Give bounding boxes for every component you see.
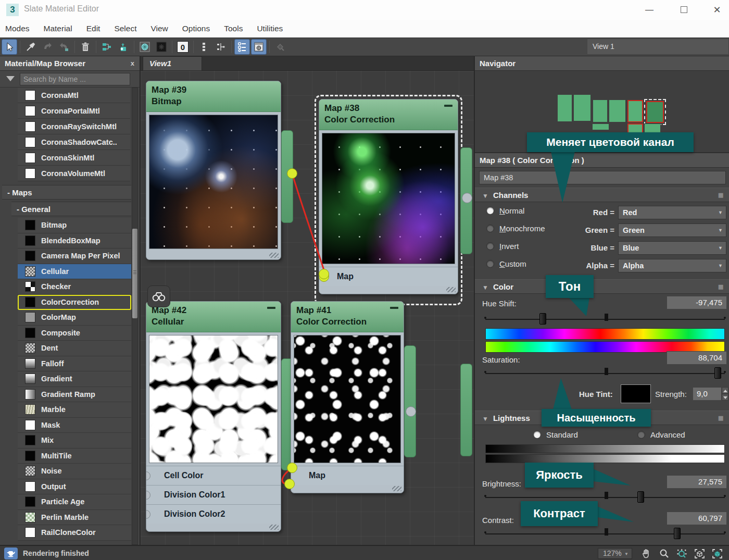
brightness-value[interactable]: 27,575 <box>667 475 727 489</box>
menu-utilities[interactable]: Utilities <box>257 24 283 33</box>
list-item[interactable]: Bitmap <box>18 218 131 233</box>
maximize-button[interactable] <box>676 3 692 17</box>
list-item[interactable]: Mix <box>18 433 131 449</box>
node-map39-header[interactable]: Map #39 Bitmap <box>146 81 281 112</box>
list-item[interactable]: BlendedBoxMap <box>18 233 131 249</box>
node-map38-header[interactable]: Map #38 Color Correction <box>319 99 458 130</box>
material-parameters-button[interactable] <box>234 39 250 55</box>
contrast-slider[interactable] <box>485 527 725 540</box>
list-item[interactable]: Cellular <box>18 264 131 280</box>
slider-handle[interactable] <box>637 491 644 503</box>
collapse-icon[interactable] <box>390 307 398 309</box>
browser-scrollbar[interactable] <box>132 88 138 545</box>
list-item[interactable]: CoronaVolumeMtl <box>18 166 130 181</box>
list-item[interactable]: CoronaRaySwitchMtl <box>18 119 130 134</box>
saturation-slider[interactable] <box>485 367 725 379</box>
navigator-selected-node-thumb[interactable] <box>646 101 664 123</box>
list-item[interactable]: RailCloneColor <box>18 525 131 541</box>
show-background-button[interactable]: 0 <box>175 39 191 55</box>
zoom-region-button[interactable] <box>675 547 688 560</box>
view-selector[interactable]: View 1 <box>587 39 729 55</box>
slider-handle[interactable] <box>539 313 546 325</box>
node-map38-slot-map[interactable]: Map <box>319 267 458 286</box>
options-dots-button[interactable] <box>196 39 212 55</box>
wire-source-socket-icon[interactable] <box>287 463 297 473</box>
pan-hand-button[interactable] <box>639 547 653 560</box>
input-socket-icon[interactable] <box>146 471 150 480</box>
node-map38[interactable]: Map #38 Color Correction Map <box>319 99 458 294</box>
general-section-header[interactable]: - General <box>11 202 131 216</box>
navigator-node-thumb[interactable] <box>573 94 591 121</box>
menu-options[interactable]: Options <box>182 24 210 33</box>
list-item[interactable]: Output <box>18 479 131 495</box>
contrast-value[interactable]: 60,797 <box>667 512 727 525</box>
node-map39[interactable]: Map #39 Bitmap <box>146 81 281 260</box>
navigator-node-thumb[interactable] <box>593 99 608 122</box>
binoculars-icon[interactable] <box>147 285 170 307</box>
node-resize-grip[interactable] <box>146 524 281 531</box>
wire-target-socket-icon[interactable] <box>284 479 295 489</box>
node-resize-grip[interactable] <box>146 252 281 259</box>
radio-normal[interactable]: Normal <box>486 206 524 215</box>
auto-layout-button[interactable] <box>99 39 115 55</box>
node-map42-slot-division-color2[interactable]: Division Color2 <box>146 504 281 524</box>
show-map-in-viewport-button[interactable] <box>137 39 153 55</box>
input-socket-icon[interactable] <box>146 510 150 519</box>
radio-custom[interactable]: Custom <box>486 259 526 268</box>
map-name-field[interactable]: Map #38 <box>479 171 726 184</box>
collapse-icon[interactable] <box>267 307 275 309</box>
node-map41-output-tab[interactable] <box>404 345 416 457</box>
list-item[interactable]: CoronaShadowCatc.. <box>18 134 130 150</box>
pick-material-button[interactable] <box>23 39 39 55</box>
node-graph[interactable]: Map #39 Bitmap Map #38 Color Correction … <box>141 71 474 545</box>
render-teapot-icon[interactable] <box>4 547 18 559</box>
rollout-pin-icon[interactable]: ▦ <box>718 192 725 198</box>
list-item[interactable]: Camera Map Per Pixel <box>18 248 131 264</box>
slider-handle[interactable] <box>714 367 721 379</box>
rollout-channels[interactable]: ▼Channels ▦ <box>475 188 729 202</box>
red-channel-dropdown[interactable]: Red <box>618 206 726 219</box>
input-socket-icon[interactable] <box>146 491 150 500</box>
node-map41-slot-map[interactable]: Map <box>291 466 404 485</box>
list-item[interactable]: Falloff <box>18 356 131 372</box>
rollout-pin-icon[interactable]: ▦ <box>718 415 725 421</box>
slider-handle[interactable] <box>674 528 681 539</box>
node-map42-slot-division-color1[interactable]: Division Color1 <box>146 485 281 504</box>
list-item[interactable]: Gradient Ramp <box>18 387 131 403</box>
maps-section-header[interactable]: - Maps <box>2 185 131 200</box>
strength-spinner[interactable] <box>722 387 728 401</box>
node-map41[interactable]: Map #41 Color Correction Map <box>291 301 404 493</box>
output-socket-icon[interactable] <box>462 193 472 203</box>
list-item[interactable]: CoronaSkinMtl <box>18 150 130 166</box>
partial-icon[interactable] <box>725 547 729 560</box>
hue-shift-value[interactable]: -97,475 <box>667 296 727 309</box>
zoom-extents-selected-button[interactable] <box>710 547 724 560</box>
zoom-extents-button[interactable] <box>693 547 706 560</box>
node-resize-grip[interactable] <box>319 286 458 294</box>
rollout-pin-icon[interactable]: ▦ <box>718 283 725 290</box>
wire-target-socket-icon[interactable] <box>319 269 329 279</box>
hue-shift-slider[interactable] <box>485 313 725 325</box>
list-item[interactable]: Dent <box>18 341 131 356</box>
tab-view1[interactable]: View1 <box>143 56 202 71</box>
chevron-down-icon[interactable] <box>6 76 15 81</box>
browser-close-icon[interactable]: x <box>131 56 134 71</box>
navigator-node-thumb[interactable] <box>557 94 572 122</box>
node-map42-slot-cell-color[interactable]: Cell Color <box>146 466 281 485</box>
show-map-dark-button[interactable] <box>154 39 169 55</box>
list-item[interactable]: Mask <box>18 418 131 433</box>
strength-value[interactable]: 9,0 <box>693 387 722 401</box>
menu-view[interactable]: View <box>150 24 168 33</box>
blue-channel-dropdown[interactable]: Blue <box>618 241 726 255</box>
scrollbar-handle[interactable] <box>132 229 137 318</box>
saturation-value[interactable]: 88,704 <box>667 351 727 365</box>
offscreen-node-tab[interactable] <box>460 364 472 456</box>
select-button[interactable] <box>2 39 17 55</box>
checker-disabled-button[interactable] <box>272 39 288 55</box>
collapse-icon[interactable] <box>444 105 453 107</box>
list-item[interactable]: CoronaPortalMtl <box>18 103 130 119</box>
zoom-level-dropdown[interactable]: 127% <box>598 548 632 559</box>
node-map41-header[interactable]: Map #41 Color Correction <box>291 302 404 332</box>
zoom-tool-button[interactable] <box>657 547 671 560</box>
radio-monochrome[interactable]: Monochrome <box>486 224 545 233</box>
